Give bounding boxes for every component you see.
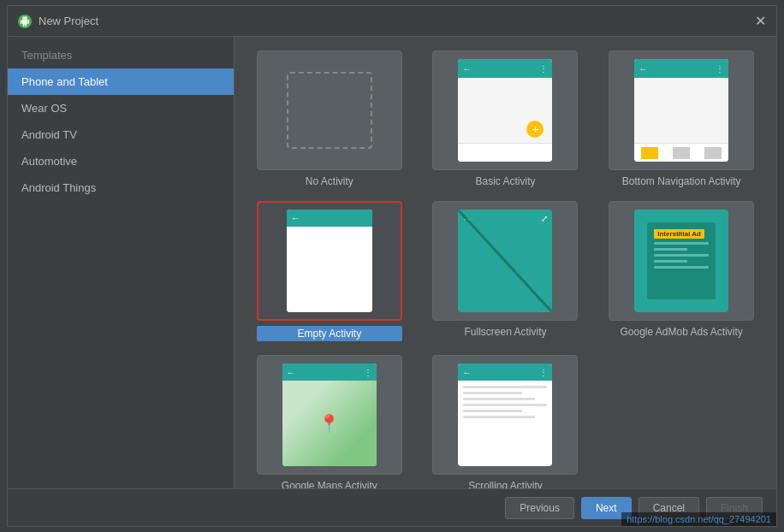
- dialog-title: New Project: [39, 15, 98, 27]
- template-label-bottom-nav: Bottom Navigation Activity: [622, 175, 741, 187]
- template-label-map: Google Maps Activity: [282, 480, 377, 488]
- templates-grid: No Activity ← ⋮ +: [248, 50, 763, 488]
- empty-activity-visual: ←: [287, 210, 372, 312]
- no-activity-visual: [287, 72, 372, 149]
- template-thumb-map: ← ⋮ 📍: [257, 355, 402, 475]
- template-label-scrolling: Scrolling Activity: [468, 480, 543, 488]
- bottom-nav-visual: ← ⋮: [634, 59, 728, 162]
- template-label-no-activity: No Activity: [306, 175, 353, 187]
- template-thumb-admob: Interstitial Ad: [609, 201, 754, 321]
- basic-activity-visual: ← ⋮ +: [458, 59, 552, 162]
- sidebar-item-android-tv[interactable]: Android TV: [8, 121, 234, 148]
- template-thumb-fullscreen: ← ⤢: [432, 201, 578, 321]
- close-button[interactable]: ✕: [755, 15, 766, 28]
- watermark: https://blog.csdn.net/qq_27494201: [621, 512, 776, 526]
- template-thumb-basic: ← ⋮ +: [432, 50, 578, 170]
- template-label-fullscreen: Fullscreen Activity: [464, 326, 546, 338]
- sidebar-item-automotive[interactable]: Automotive: [8, 148, 234, 174]
- template-scrolling[interactable]: ← ⋮: [425, 355, 587, 488]
- map-visual: ← ⋮ 📍: [282, 364, 377, 466]
- sidebar: Templates Phone and Tablet Wear OS Andro…: [8, 37, 235, 488]
- template-label-admob: Google AdMob Ads Activity: [620, 326, 742, 338]
- template-empty-activity[interactable]: ← Empty Activity: [248, 201, 411, 341]
- fullscreen-visual: ← ⤢: [458, 210, 552, 312]
- title-bar: New Project ✕: [8, 6, 776, 37]
- template-thumb-bottom-nav: ← ⋮: [609, 50, 754, 170]
- template-thumb-scrolling: ← ⋮: [432, 355, 578, 475]
- templates-grid-area: No Activity ← ⋮ +: [235, 37, 776, 488]
- map-pin-icon: 📍: [318, 413, 340, 434]
- template-no-activity[interactable]: No Activity: [248, 50, 411, 187]
- previous-button[interactable]: Previous: [505, 497, 574, 519]
- template-label-basic: Basic Activity: [475, 175, 535, 187]
- template-thumb-empty: ←: [257, 201, 402, 321]
- sidebar-item-android-things[interactable]: Android Things: [8, 174, 234, 201]
- sidebar-header: Templates: [8, 37, 234, 68]
- template-bottom-nav[interactable]: ← ⋮ Bottom Navigation Activity: [600, 50, 763, 187]
- template-thumb-no-activity: [257, 50, 402, 170]
- template-admob[interactable]: Interstitial Ad Google AdMob Ads Activit…: [600, 201, 763, 341]
- content-area: Templates Phone and Tablet Wear OS Andro…: [8, 37, 776, 488]
- svg-line-0: [458, 210, 552, 312]
- admob-visual: Interstitial Ad: [634, 210, 728, 312]
- sidebar-item-phone-tablet[interactable]: Phone and Tablet: [8, 68, 234, 95]
- new-project-dialog: New Project ✕ Templates Phone and Tablet…: [7, 5, 777, 527]
- scrolling-visual: ← ⋮: [458, 364, 552, 466]
- android-icon: [18, 15, 32, 28]
- template-basic-activity[interactable]: ← ⋮ + Basic Activity: [425, 50, 587, 187]
- template-label-empty: Empty Activity: [257, 326, 402, 341]
- template-map[interactable]: ← ⋮ 📍 Google Maps Activity: [248, 355, 411, 488]
- admob-ad-label: Interstitial Ad: [654, 229, 704, 239]
- template-fullscreen[interactable]: ← ⤢ Fullscreen Activity: [425, 201, 587, 341]
- sidebar-item-wear-os[interactable]: Wear OS: [8, 95, 234, 121]
